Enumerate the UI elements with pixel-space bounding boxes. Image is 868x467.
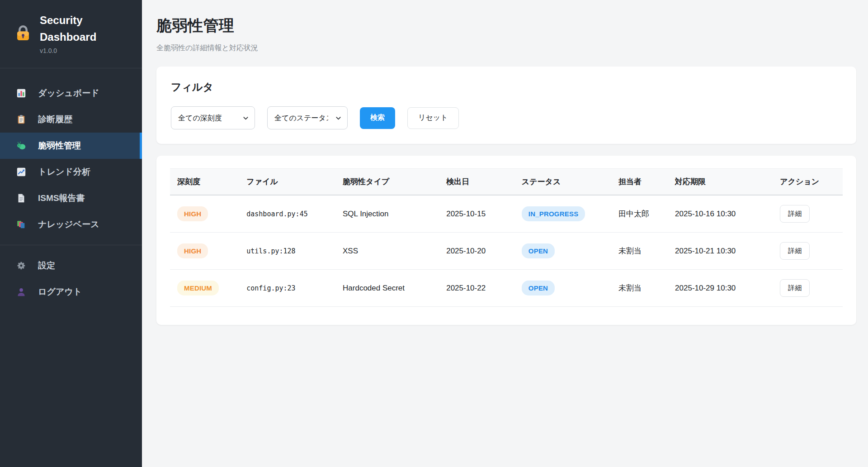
sidebar-item-isms-report[interactable]: ISMS報告書 [0,185,142,211]
page-title: 脆弱性管理 [156,15,856,36]
detected-date: 2025-10-22 [439,270,514,307]
table-row: HIGH utils.py:128 XSS 2025-10-20 OPEN 未割… [170,233,843,270]
main-content: 脆弱性管理 全脆弱性の詳細情報と対応状況 フィルタ 全ての深刻度 全てのステータ… [142,0,868,467]
vulnerability-table-card: 深刻度 ファイル 脆弱性タイプ 検出日 ステータス 担当者 対応期限 アクション… [156,156,856,325]
sidebar-item-trends[interactable]: トレンド分析 [0,159,142,185]
sidebar-item-label: ISMS報告書 [38,192,85,204]
file-path: dashboard.py:45 [239,195,335,233]
sidebar-item-history[interactable]: 診断履歴 [0,106,142,133]
document-icon [16,193,26,203]
sidebar-item-vulnerabilities[interactable]: 脆弱性管理 [0,133,142,159]
table-row: HIGH dashboard.py:45 SQL Injection 2025-… [170,195,843,233]
sidebar: Security Dashboard v1.0.0 ダッシュボード [0,0,142,467]
column-status: ステータス [514,169,611,195]
column-actions: アクション [773,169,843,195]
severity-badge: HIGH [177,243,208,258]
sidebar-item-dashboard[interactable]: ダッシュボード [0,80,142,106]
sidebar-item-label: 脆弱性管理 [38,140,81,152]
sidebar-item-label: トレンド分析 [38,166,90,178]
detail-button[interactable]: 詳細 [780,242,810,260]
clipboard-icon [16,114,26,124]
table-header-row: 深刻度 ファイル 脆弱性タイプ 検出日 ステータス 担当者 対応期限 アクション [170,169,843,195]
due-date: 2025-10-29 10:30 [668,270,773,307]
column-due: 対応期限 [668,169,773,195]
bug-icon [16,141,26,151]
vulnerability-type: SQL Injection [335,195,439,233]
detail-button[interactable]: 詳細 [780,205,810,223]
column-assignee: 担当者 [611,169,668,195]
page-subtitle: 全脆弱性の詳細情報と対応状況 [156,43,856,53]
sidebar-item-knowledge-base[interactable]: ナレッジベース [0,211,142,238]
status-badge: OPEN [522,281,555,295]
sidebar-item-settings[interactable]: 設定 [0,253,142,279]
column-type: 脆弱性タイプ [335,169,439,195]
severity-badge: HIGH [177,206,208,221]
bar-chart-icon [16,88,26,98]
detected-date: 2025-10-20 [439,233,514,270]
detail-button[interactable]: 詳細 [780,279,810,297]
table-row: MEDIUM config.py:23 Hardcoded Secret 202… [170,270,843,307]
app-version: v1.0.0 [40,47,108,54]
sidebar-nav: ダッシュボード 診断履歴 [0,80,142,305]
app-logo: Security Dashboard v1.0.0 [0,0,142,68]
file-path: config.py:23 [239,270,335,307]
vulnerability-type: XSS [335,233,439,270]
user-icon [16,287,26,297]
gear-icon [16,261,26,271]
status-select[interactable]: 全てのステータス [267,106,348,129]
sidebar-item-logout[interactable]: ログアウト [0,279,142,305]
sidebar-item-label: ナレッジベース [38,219,99,230]
reset-button[interactable]: リセット [407,107,459,129]
sidebar-divider [0,245,142,245]
sidebar-item-label: 設定 [38,260,55,272]
assignee: 未割当 [611,233,668,270]
books-icon [16,219,26,229]
due-date: 2025-10-16 10:30 [668,195,773,233]
assignee: 未割当 [611,270,668,307]
severity-badge: MEDIUM [177,281,219,295]
detected-date: 2025-10-15 [439,195,514,233]
column-detected: 検出日 [439,169,514,195]
assignee: 田中太郎 [611,195,668,233]
search-button[interactable]: 検索 [360,107,395,129]
app-title: Security Dashboard [40,12,108,45]
vulnerability-type: Hardcoded Secret [335,270,439,307]
trend-chart-icon [16,167,26,177]
status-badge: IN_PROGRESS [522,206,585,221]
sidebar-item-label: ログアウト [38,286,82,298]
sidebar-item-label: 診断履歴 [38,114,72,125]
column-severity: 深刻度 [170,169,239,195]
filter-card: フィルタ 全ての深刻度 全てのステータス 検索 リセット [156,67,856,144]
filter-title: フィルタ [171,80,842,94]
status-badge: OPEN [522,243,555,258]
lock-icon [14,24,33,43]
column-file: ファイル [239,169,335,195]
file-path: utils.py:128 [239,233,335,270]
sidebar-item-label: ダッシュボード [38,87,99,99]
severity-select[interactable]: 全ての深刻度 [171,106,255,129]
due-date: 2025-10-21 10:30 [668,233,773,270]
vulnerability-table: 深刻度 ファイル 脆弱性タイプ 検出日 ステータス 担当者 対応期限 アクション… [170,168,843,307]
